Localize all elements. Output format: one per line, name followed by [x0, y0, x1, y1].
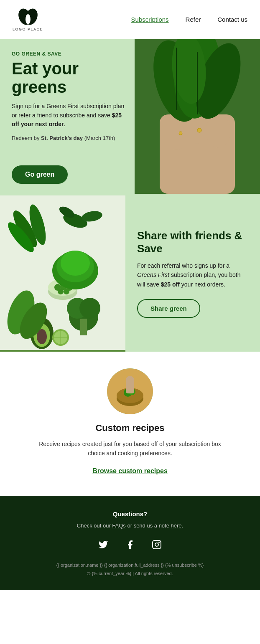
- nav-contact[interactable]: Contact us: [217, 16, 247, 23]
- svg-point-56: [155, 543, 158, 546]
- svg-point-57: [158, 542, 160, 543]
- footer-org-line1: {{ organization.name }} {{ organization.…: [56, 561, 204, 570]
- veggies-image: [0, 195, 125, 350]
- nav-subscriptions[interactable]: Subscriptions: [131, 16, 169, 23]
- logo: LOGO PLACE: [13, 8, 43, 31]
- footer-questions: Questions?: [113, 510, 148, 517]
- logo-text: LOGO PLACE: [13, 27, 43, 31]
- hands-greens-image: [135, 39, 260, 194]
- hero-section: GO GREEN & SAVE Eat your greens Sign up …: [0, 39, 260, 195]
- share-section: Share with friends & Save For each refer…: [0, 195, 260, 352]
- svg-point-8: [206, 114, 231, 148]
- share-title: Share with friends & Save: [137, 229, 250, 255]
- share-desc-prefix: For each referral who signs up for a: [137, 262, 229, 269]
- hero-desc-suffix: .: [64, 121, 65, 127]
- hero-redeem-bold: St. Patrick's day: [41, 135, 83, 141]
- hero-title: Eat your greens: [12, 59, 125, 96]
- hero-redeem: Redeem by St. Patrick's day (March 17th): [12, 135, 125, 141]
- share-desc-italic: Greens First: [137, 271, 169, 278]
- recipe-desc-text: Receive recipes created just for you bas…: [39, 441, 221, 456]
- hero-tag: GO GREEN & SAVE: [12, 51, 125, 57]
- footer-help-middle: or send us a note: [126, 522, 171, 529]
- svg-point-20: [79, 298, 100, 319]
- svg-point-28: [64, 289, 69, 294]
- svg-rect-21: [80, 319, 87, 335]
- recipe-avatar: [107, 368, 153, 414]
- share-description: For each referral who signs up for a Gre…: [137, 261, 250, 289]
- footer-faqs-link[interactable]: FAQs: [112, 522, 126, 529]
- svg-point-44: [61, 251, 90, 276]
- share-content: Share with friends & Save For each refer…: [125, 195, 260, 352]
- hero-redeem-prefix: Redeem by: [12, 135, 41, 141]
- hero-description: Sign up for a Greens First subscription …: [12, 102, 125, 129]
- share-image: [0, 195, 125, 352]
- footer: Questions? Check out our FAQs or send us…: [0, 496, 260, 591]
- svg-point-15: [197, 128, 201, 132]
- bowl-image: [107, 368, 153, 414]
- svg-rect-55: [153, 540, 161, 549]
- svg-point-16: [179, 132, 182, 135]
- nav-refer[interactable]: Refer: [186, 16, 201, 23]
- footer-org-info: {{ organization.name }} {{ organization.…: [56, 561, 204, 578]
- svg-point-27: [58, 289, 64, 294]
- footer-help-text: Check out our FAQs or send us a note her…: [77, 522, 183, 529]
- social-links: [98, 540, 162, 552]
- svg-point-2: [25, 14, 31, 24]
- share-green-button[interactable]: Share green: [137, 299, 200, 318]
- share-desc-bold: $25 off: [161, 281, 180, 288]
- header: LOGO PLACE Subscriptions Refer Contact u…: [0, 0, 260, 39]
- facebook-icon[interactable]: [125, 540, 135, 552]
- footer-org-line2: © {% current_year %} | All rights reserv…: [56, 570, 204, 578]
- share-desc-suffix: your next orders.: [180, 281, 225, 288]
- instagram-icon[interactable]: [152, 540, 162, 552]
- hero-content: GO GREEN & SAVE Eat your greens Sign up …: [0, 39, 135, 195]
- logo-icon: [16, 8, 39, 26]
- footer-help-prefix: Check out our: [77, 522, 112, 529]
- footer-here-link[interactable]: here: [171, 522, 182, 529]
- footer-help-suffix: .: [182, 522, 184, 529]
- hero-redeem-date: (March 17th): [83, 135, 115, 141]
- navigation: Subscriptions Refer Contact us: [131, 16, 247, 23]
- svg-point-54: [126, 376, 134, 384]
- recipe-section: Custom recipes Receive recipes created j…: [0, 352, 260, 496]
- hero-image: [135, 39, 260, 195]
- hero-desc-prefix: Sign up for a Greens First subscription …: [12, 103, 124, 119]
- go-green-button[interactable]: Go green: [12, 165, 68, 184]
- browse-recipes-link[interactable]: Browse custom recipes: [92, 467, 168, 475]
- twitter-icon[interactable]: [98, 540, 108, 552]
- recipe-description: Receive recipes created just for you bas…: [38, 439, 222, 458]
- recipe-title: Custom recipes: [95, 423, 164, 434]
